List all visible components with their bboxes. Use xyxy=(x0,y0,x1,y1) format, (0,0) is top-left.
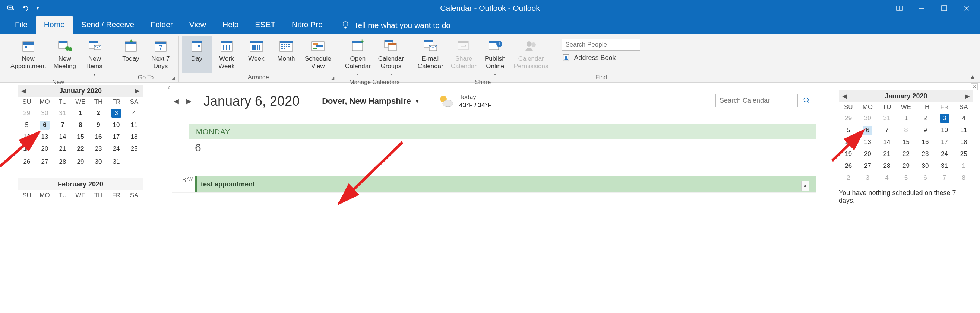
next-7-days-button[interactable]: 7 Next 7 Days xyxy=(146,36,175,73)
mini-cal-day[interactable]: 10 xyxy=(107,119,125,131)
mini-cal-day[interactable]: 1 xyxy=(897,112,916,124)
close-icon[interactable] xyxy=(963,5,970,12)
month-view-button[interactable]: Month xyxy=(271,36,301,73)
tab-folder[interactable]: Folder xyxy=(142,16,181,34)
mini-cal-day[interactable]: 20 xyxy=(858,148,878,160)
send-receive-icon[interactable] xyxy=(7,4,15,12)
email-calendar-button[interactable]: E-mail Calendar xyxy=(414,36,447,78)
mini-cal-day[interactable]: 30 xyxy=(89,155,107,169)
undo-icon[interactable] xyxy=(22,4,30,12)
mini-cal-day[interactable]: 4 xyxy=(954,112,973,124)
mini-cal-day[interactable]: 15 xyxy=(897,136,916,148)
mini-cal-day[interactable]: 22 xyxy=(897,148,916,160)
mini-cal-day[interactable]: 28 xyxy=(54,155,72,169)
today-button[interactable]: Today xyxy=(116,36,146,73)
next-month-icon[interactable]: ▶ xyxy=(135,88,139,94)
mini-cal-day[interactable]: 25 xyxy=(125,143,143,155)
mini-cal-day[interactable]: 5 xyxy=(897,172,916,184)
tab-nitro-pro[interactable]: Nitro Pro xyxy=(283,16,331,34)
tab-help[interactable]: Help xyxy=(214,16,247,34)
tab-view[interactable]: View xyxy=(181,16,214,34)
search-calendar-input[interactable] xyxy=(716,94,797,107)
time-slot[interactable]: 8AM test appointment xyxy=(172,176,816,193)
dialog-launcher-icon[interactable]: ◢ xyxy=(172,76,175,81)
mini-cal-day[interactable]: 23 xyxy=(89,143,107,155)
mini-cal-day[interactable]: 9 xyxy=(89,119,107,131)
tab-eset[interactable]: ESET xyxy=(247,16,283,34)
mini-cal-day[interactable]: 10 xyxy=(935,124,954,136)
mini-cal-day[interactable]: 7 xyxy=(877,124,897,136)
mini-cal-day[interactable]: 31 xyxy=(54,107,72,119)
mini-cal-day[interactable]: 5 xyxy=(18,119,36,131)
day-number[interactable]: 6 xyxy=(189,139,816,176)
mini-cal-day[interactable]: 26 xyxy=(18,155,36,169)
prev-month-icon[interactable]: ◀ xyxy=(22,88,26,94)
mini-cal-day[interactable]: 9 xyxy=(916,124,935,136)
mini-cal-day[interactable]: 29 xyxy=(897,160,916,172)
location-dropdown[interactable]: Dover, New Hampshire ▼ xyxy=(322,96,420,106)
mini-cal-day[interactable]: 18 xyxy=(954,136,973,148)
mini-cal-day[interactable]: 2 xyxy=(916,112,935,124)
new-items-button[interactable]: New Items ▾ xyxy=(80,36,110,78)
mini-cal-day[interactable]: 31 xyxy=(935,160,954,172)
schedule-view-button[interactable]: Schedule View xyxy=(301,36,335,73)
mini-cal-day[interactable]: 26 xyxy=(839,160,858,172)
mini-cal-day[interactable]: 15 xyxy=(72,131,89,143)
mini-cal-day[interactable]: 4 xyxy=(125,107,143,119)
week-view-button[interactable]: Week xyxy=(242,36,271,73)
tab-file[interactable]: File xyxy=(7,16,36,34)
mini-cal-day[interactable]: 25 xyxy=(954,148,973,160)
mini-cal-day[interactable]: 24 xyxy=(935,148,954,160)
mini-cal-day[interactable]: 6 xyxy=(916,172,935,184)
dialog-launcher-icon[interactable]: ◢ xyxy=(331,76,334,81)
mini-cal-day[interactable]: 3 xyxy=(858,172,878,184)
minimize-icon[interactable] xyxy=(918,5,926,12)
mini-cal-day[interactable]: 14 xyxy=(54,131,72,143)
mini-cal-day[interactable]: 30 xyxy=(916,160,935,172)
close-panel-icon[interactable]: ✕ xyxy=(971,83,978,90)
open-calendar-button[interactable]: + Open Calendar ▾ xyxy=(341,36,374,78)
mini-cal-day[interactable]: 12 xyxy=(18,131,36,143)
prev-month-icon[interactable]: ◀ xyxy=(843,93,846,99)
new-appointment-button[interactable]: New Appointment xyxy=(7,36,49,78)
publish-online-button[interactable]: Publish Online ▾ xyxy=(480,36,510,78)
mini-cal-day[interactable]: 13 xyxy=(858,136,878,148)
mini-cal-day[interactable]: 1 xyxy=(72,107,89,119)
mini-cal-grid[interactable]: SUMOTUWETHFRSA xyxy=(18,190,143,201)
mini-cal-day[interactable]: 6 xyxy=(858,124,878,136)
tell-me-search[interactable]: Tell me what you want to do xyxy=(331,16,450,34)
mini-cal-day[interactable]: 1 xyxy=(954,160,973,172)
mini-cal-day[interactable]: 21 xyxy=(54,143,72,155)
mini-cal-day[interactable]: 28 xyxy=(877,160,897,172)
mini-cal-day[interactable]: 24 xyxy=(107,143,125,155)
collapse-ribbon-icon[interactable]: ▲ xyxy=(970,73,975,80)
qat-dropdown-icon[interactable]: ▾ xyxy=(37,6,39,11)
mini-cal-day[interactable]: 19 xyxy=(18,143,36,155)
mini-cal-day[interactable]: 2 xyxy=(839,172,858,184)
mini-cal-day[interactable]: 29 xyxy=(72,155,89,169)
mini-cal-day[interactable]: 4 xyxy=(877,172,897,184)
mini-cal-grid[interactable]: SUMOTUWETHFRSA29303112345678910111213141… xyxy=(839,102,973,184)
tab-send-receive[interactable]: Send / Receive xyxy=(73,16,142,34)
mini-cal-grid[interactable]: SUMOTUWETHFRSA29303112345678910111213141… xyxy=(18,97,143,169)
mini-cal-day[interactable]: 3 xyxy=(935,112,954,124)
mini-cal-day[interactable]: 5 xyxy=(839,124,858,136)
mini-cal-day[interactable]: 17 xyxy=(107,131,125,143)
work-week-button[interactable]: Work Week xyxy=(212,36,242,73)
calendar-groups-button[interactable]: Calendar Groups ▾ xyxy=(374,36,408,78)
mini-cal-day[interactable]: 27 xyxy=(36,155,54,169)
mini-cal-day[interactable]: 8 xyxy=(72,119,89,131)
mini-cal-day[interactable]: 27 xyxy=(858,160,878,172)
mini-cal-day[interactable]: 8 xyxy=(897,124,916,136)
mini-cal-day[interactable]: 31 xyxy=(107,155,125,169)
mini-cal-day[interactable]: 18 xyxy=(125,131,143,143)
mini-cal-day[interactable]: 20 xyxy=(36,143,54,155)
mini-cal-day[interactable]: 23 xyxy=(916,148,935,160)
mini-cal-day[interactable]: 6 xyxy=(36,119,54,131)
ribbon-display-icon[interactable] xyxy=(896,5,903,12)
maximize-icon[interactable] xyxy=(940,5,948,12)
mini-cal-day[interactable]: 30 xyxy=(858,112,878,124)
next-day-icon[interactable]: ▶ xyxy=(186,97,191,105)
mini-cal-day[interactable]: 7 xyxy=(935,172,954,184)
mini-cal-day[interactable]: 29 xyxy=(839,112,858,124)
